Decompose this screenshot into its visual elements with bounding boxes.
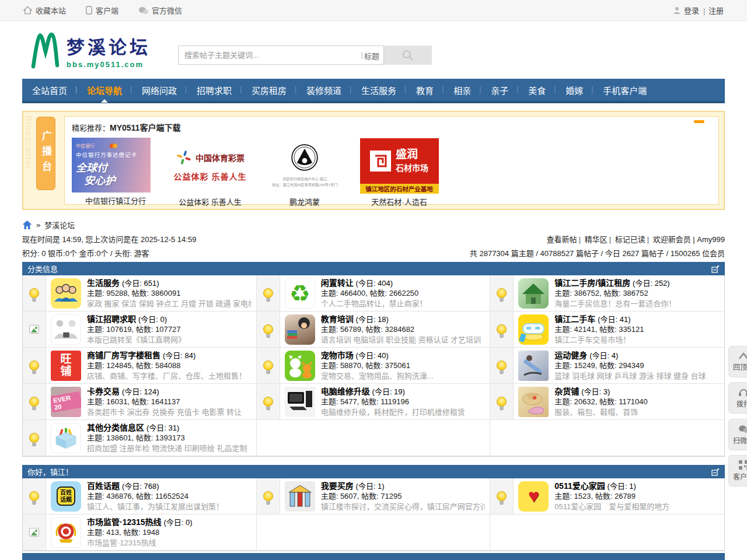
collapse-dash-button[interactable]	[694, 120, 704, 123]
forum-link[interactable]: 0511爱心家园 (今日: 1)	[554, 481, 636, 491]
digest-link[interactable]: 精华区	[577, 235, 608, 244]
forum-link[interactable]: 卡券交易 (今日: 124)	[87, 387, 159, 396]
ad-caption[interactable]: 公益体彩 乐善人生	[166, 196, 254, 207]
market-regulation-emblem-icon[interactable]	[51, 517, 81, 548]
forum-stats: 主题: 58870, 帖数: 375061	[321, 360, 434, 371]
ad-caption[interactable]: 天然石材·人造石	[355, 196, 443, 207]
grocery-icon[interactable]	[518, 387, 549, 417]
nav-item-politics[interactable]: 网络问政	[132, 84, 187, 96]
life-service-icon[interactable]	[51, 278, 81, 309]
forum-link[interactable]: 运动健身 (今日: 4)	[554, 351, 618, 360]
ad-citic-bank[interactable]: 中信银行 中信银行万事达借记卡 全球付安心护 中信银行镇江分行	[72, 138, 159, 207]
search-bar: |标题	[178, 46, 432, 65]
forum-stats: 主题: 466400, 帖数: 2662250	[321, 288, 427, 299]
ad-caption[interactable]: 中信银行镇江分行	[72, 195, 159, 206]
handshake-icon[interactable]	[51, 314, 81, 345]
love-heart-icon[interactable]	[518, 481, 549, 512]
new-post-indicator	[23, 384, 46, 419]
shengrun-banner[interactable]: 盛润石材市场 镇江地区的石材产业基地	[355, 138, 443, 194]
ad-sports-lottery[interactable]: 中国体育彩票 公益体彩 乐善人生 公益体彩 乐善人生	[166, 138, 254, 207]
computer-icon[interactable]	[285, 387, 315, 417]
house-icon[interactable]	[518, 278, 549, 309]
forum-link[interactable]: 市场监管·12315热线 (今日: 0)	[87, 517, 193, 527]
car-icon[interactable]	[518, 314, 549, 345]
forum-cell-grocery: 杂货铺 (今日: 3) 主题: 20632, 帖数: 1171040 服装、箱包…	[490, 384, 724, 420]
forum-desc: 市场监管·12315热线	[87, 538, 193, 548]
login-link[interactable]: 登录	[684, 5, 699, 16]
ad-caption[interactable]: 鹏龙鸿蒙	[261, 196, 348, 207]
totals-line: 共 2877304 篇主题 / 40788527 篇帖子 / 今日 2627 篇…	[470, 247, 725, 258]
forum-link[interactable]: 生活服务 (今日: 651)	[87, 278, 159, 288]
wechat-link[interactable]: 官方微信	[138, 5, 182, 16]
topbar: 收藏本站 客户端 官方微信 登录 注册	[0, 0, 747, 21]
forum-link[interactable]: 百姓话题 (今日: 768)	[87, 481, 159, 491]
nav-item-parenting[interactable]: 亲子	[481, 84, 518, 96]
buy-house-icon[interactable]	[285, 481, 315, 512]
view-new-posts-link[interactable]: 查看新帖	[547, 235, 577, 244]
nav-item-dating[interactable]: 相亲	[444, 84, 481, 96]
search-button[interactable]	[384, 46, 432, 65]
forum-link[interactable]: 商铺厂房写字楼租售 (今日: 84)	[87, 351, 196, 360]
empty-cell	[490, 420, 724, 456]
nav-item-life[interactable]: 生活服务	[351, 84, 406, 96]
search-scope-select[interactable]: |标题	[361, 50, 379, 61]
hotline-button[interactable]: 拨打	[728, 382, 747, 414]
forum-link[interactable]: 镇江二手房/镇江租房 (今日: 252)	[554, 278, 669, 288]
promo-link[interactable]: MY0511客户端下载	[110, 123, 180, 132]
secondhand-swap-icon[interactable]	[285, 278, 315, 309]
forum-link[interactable]: 我要买房 (今日: 1)	[321, 481, 385, 491]
shop-sign-icon[interactable]: 旺 铺	[51, 351, 81, 381]
pets-icon[interactable]	[285, 351, 315, 381]
forum-link[interactable]: 闲置转让 (今日: 404)	[321, 278, 393, 288]
fitness-icon[interactable]	[518, 351, 549, 381]
forum-desc: 招商加盟 注册年检 物流快递 印刷喷绘 礼品定制	[87, 443, 247, 454]
back-to-top-button[interactable]: 回顶部	[728, 346, 747, 377]
back-to-top-icon	[738, 352, 747, 360]
forum-link[interactable]: 电脑维修升级 (今日: 19)	[321, 387, 405, 396]
citic-banner[interactable]: 中信银行 中信银行万事达借记卡 全球付安心护	[72, 138, 151, 192]
headset-icon	[738, 387, 747, 397]
home-icon[interactable]	[22, 220, 32, 229]
register-link[interactable]: 注册	[702, 5, 724, 16]
favorite-link[interactable]: 收藏本站	[23, 5, 66, 16]
nav-item-decoration[interactable]: 装修频道	[296, 84, 351, 96]
wechat-scan-button[interactable]: 扫微信	[728, 419, 747, 450]
app-qr-button[interactable]: 客户端	[728, 455, 747, 487]
nav-item-wedding[interactable]: 婚嫁	[556, 84, 593, 96]
forum-link[interactable]: 其他分类信息区 (今日: 31)	[87, 423, 179, 432]
forum-cell-citizen-topics: 百姓 话题 百姓话题 (今日: 768) 主题: 436876, 帖数: 116…	[23, 478, 257, 514]
breadcrumb-current[interactable]: 梦溪论坛	[44, 219, 75, 230]
site-logo[interactable]: 梦溪论坛 bbs.my0511.com	[29, 30, 151, 69]
client-label: 客户端	[96, 5, 118, 16]
ad-hima-store[interactable]: 鸿蒙智行授权用户中心·镇江地址：镇江市润州区青璟桥路299号1号门 鹏龙鸿蒙	[261, 138, 348, 207]
ad-shengrun-stone[interactable]: 盛润石材市场 镇江地区的石材产业基地 天然石材·人造石	[355, 138, 443, 207]
collapse-icon[interactable]	[711, 265, 720, 273]
image-placeholder-icon	[29, 528, 39, 537]
forum-link[interactable]: 镇江招聘求职 (今日: 0)	[87, 314, 167, 324]
new-member-link[interactable]: Amy999	[693, 235, 725, 244]
coupon-cards-icon[interactable]: EVER 20	[51, 387, 81, 417]
client-link[interactable]: 客户端	[86, 5, 118, 16]
nav-item-education[interactable]: 教育	[406, 84, 444, 96]
forum-stats: 主题: 5477, 帖数: 1119196	[321, 397, 465, 407]
nav-item-mobile-app[interactable]: 手机客户端	[593, 84, 657, 96]
citizen-topics-icon[interactable]: 百姓 话题	[51, 481, 81, 512]
nav-item-forum-nav[interactable]: 论坛导航	[77, 84, 132, 96]
forum-link[interactable]: 杂货铺 (今日: 3)	[554, 387, 610, 396]
forum-link[interactable]: 镇江二手车 (今日: 41)	[554, 314, 630, 324]
image-placeholder-indicator	[23, 514, 46, 550]
broadcaster-tab[interactable]: 广播台	[36, 117, 55, 190]
forum-link[interactable]: 宠物市场 (今日: 40)	[321, 351, 389, 360]
forum-link[interactable]: 教育培训 (今日: 18)	[321, 314, 389, 324]
nav-item-home[interactable]: 全站首页	[22, 84, 77, 96]
search-input[interactable]	[178, 46, 384, 65]
education-icon[interactable]	[285, 314, 315, 345]
nav-item-jobs[interactable]: 招聘求职	[187, 84, 242, 96]
lottery-banner[interactable]: 中国体育彩票 公益体彩 乐善人生	[166, 138, 254, 194]
misc-box-icon[interactable]	[51, 423, 81, 453]
nav-item-food[interactable]: 美食	[518, 84, 556, 96]
nav-item-housing[interactable]: 买房租房	[242, 84, 296, 96]
collapse-icon[interactable]	[711, 468, 720, 476]
mark-read-link[interactable]: 标记已读	[608, 235, 645, 244]
hima-banner[interactable]: 鸿蒙智行授权用户中心·镇江地址：镇江市润州区青璟桥路299号1号门	[261, 138, 348, 194]
